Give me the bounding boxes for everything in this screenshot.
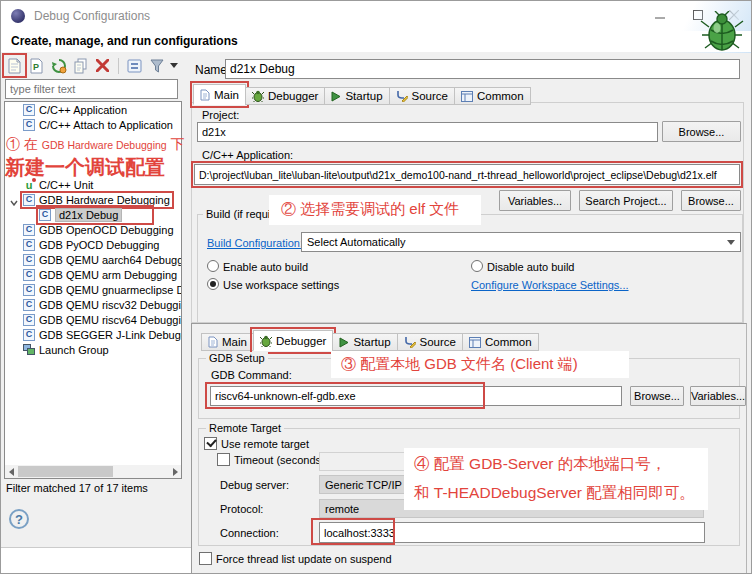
tab-common[interactable]: Common [454,87,531,105]
name-input[interactable] [225,59,740,79]
main-tab-icon [208,336,218,348]
selected-tree-label: d21x Debug [55,208,122,222]
launch-group-icon [23,344,35,356]
search-project-button[interactable]: Search Project... [579,190,673,211]
timeout-checkbox[interactable] [217,453,230,466]
tree-item-d21x-debug[interactable]: C d21x Debug [5,207,181,222]
tree-item-gdb-hardware[interactable]: C GDB Hardware Debugging [5,192,181,207]
collapse-all-button[interactable] [125,56,144,75]
tree-item-qemu-riscv32[interactable]: C GDB QEMU riscv32 Debugging [5,297,181,312]
force-thread-checkbox[interactable] [199,552,212,565]
tree-item-gdb-openocd[interactable]: C GDB OpenOCD Debugging [5,222,181,237]
tab-debugger[interactable]: Debugger [245,87,326,105]
variables-button[interactable]: Variables... [499,190,571,211]
tree-item-qemu-gnuarmeclipse[interactable]: C GDB QEMU gnuarmeclipse Debugging [5,282,181,297]
new-prototype-button[interactable]: P [27,56,46,75]
application-browse-button[interactable]: Browse... [681,190,741,211]
tab-startup[interactable]: Startup [324,87,389,105]
filter-input[interactable] [5,79,178,99]
annotation-1-line1: ① 在 GDB Hardware Debugging 下 [6,135,185,154]
use-remote-target-label: Use remote target [221,438,309,450]
use-workspace-settings-radio[interactable] [207,278,219,290]
annotation-3: ③ 配置本地 GDB 文件名 (Client 端) [331,351,629,378]
timeout-label: Timeout (seconds): [234,454,328,466]
window-title: Debug Configurations [34,9,150,23]
export-configuration-button[interactable] [49,56,68,75]
filter-status: Filter matched 17 of 17 items [6,482,148,494]
c-file-icon: C [23,269,35,281]
gdb-browse-button[interactable]: Browse... [630,386,684,406]
gdb-command-highlight-box [205,382,485,409]
tab-main-2[interactable]: Main [201,333,254,351]
remote-target-label: Remote Target [206,422,284,434]
source-tab-icon [396,90,408,102]
delete-button[interactable] [93,56,112,75]
annotation-1-line2: 新建一个调试配置 [5,154,165,181]
tab-startup-2[interactable]: Startup [332,333,397,351]
annotation-2: ② 选择需要调试的 elf 文件 [269,195,481,225]
debug-server-label: Debug server: [220,479,289,491]
startup-tab-icon [331,91,341,102]
source-tab-icon [404,336,416,348]
tree-item-launch-group[interactable]: Launch Group [5,342,181,357]
startup-tab-icon [339,337,349,348]
build-configuration-link[interactable]: Build Configuration: [207,237,303,249]
enable-auto-build-radio[interactable] [207,260,219,272]
filter-menu-caret[interactable] [169,56,179,75]
tab-source[interactable]: Source [389,87,455,105]
scroll-left-arrow[interactable] [5,465,17,478]
tree-item-cpp-application[interactable]: C C/C++ Application [5,102,181,117]
filter-button[interactable] [147,56,166,75]
tab-source-2[interactable]: Source [397,333,463,351]
tree-horizontal-scrollbar[interactable] [5,465,181,478]
common-tab-icon [461,91,473,102]
tab-common-2[interactable]: Common [462,333,539,351]
new-configuration-button[interactable] [5,56,24,75]
gdb-command-label: GDB Command: [211,369,292,381]
tree-item-qemu-riscv64[interactable]: C GDB QEMU riscv64 Debugging [5,312,181,327]
c-file-icon: C [23,239,35,251]
c-file-icon: C [23,329,35,341]
tree-item-gdb-pyocd[interactable]: C GDB PyOCD Debugging [5,237,181,252]
scrollbar-thumb[interactable] [18,466,113,477]
bug-icon [699,11,745,57]
c-file-icon: C [23,224,35,236]
debugger-tab-icon [260,335,272,347]
use-remote-target-checkbox[interactable] [204,437,217,450]
common-tab-icon [469,337,481,348]
main-tab-icon [200,89,210,101]
connection-highlight-box [311,518,395,545]
disable-auto-build-label: Disable auto build [487,261,574,273]
duplicate-button[interactable] [71,56,90,75]
project-label: Project: [202,109,239,121]
project-input[interactable] [197,122,658,142]
c-file-icon: C [23,299,35,311]
project-browse-button[interactable]: Browse... [662,121,741,142]
c-file-icon: C [39,209,51,221]
svg-text:P: P [33,62,39,72]
disable-auto-build-radio[interactable] [471,260,483,272]
application-input[interactable] [194,164,740,185]
tree-item-qemu-aarch64[interactable]: C GDB QEMU aarch64 Debugging [5,252,181,267]
gdb-variables-button[interactable]: Variables... [690,386,746,406]
force-thread-label: Force thread list update on suspend [216,553,392,565]
scroll-right-arrow[interactable] [169,465,181,478]
tree-item-segger-jlink[interactable]: C GDB SEGGER J-Link Debugging [5,327,181,342]
application-label: C/C++ Application: [202,149,293,161]
debug-configurations-dialog: Debug Configurations Create, manage, and… [0,0,752,574]
tab-debugger-2[interactable]: Debugger [253,330,334,351]
tree-item-qemu-arm[interactable]: C GDB QEMU arm Debugging [5,267,181,282]
enable-auto-build-label: Enable auto build [223,261,308,273]
tab-main[interactable]: Main [193,84,246,105]
configurations-toolbar: P [5,56,179,75]
c-file-icon: C [23,314,35,326]
use-workspace-settings-label: Use workspace settings [223,279,339,291]
dropdown-caret-icon [727,240,735,245]
footer-area [1,548,193,574]
configure-workspace-settings-link[interactable]: Configure Workspace Settings... [471,279,629,291]
toolbar-separator [118,58,119,74]
tree-item-cpp-attach[interactable]: C C/C++ Attach to Application [5,117,181,132]
help-button[interactable]: ? [9,509,29,529]
c-file-icon: C [23,254,35,266]
build-configuration-select[interactable]: Select Automatically [301,232,741,252]
